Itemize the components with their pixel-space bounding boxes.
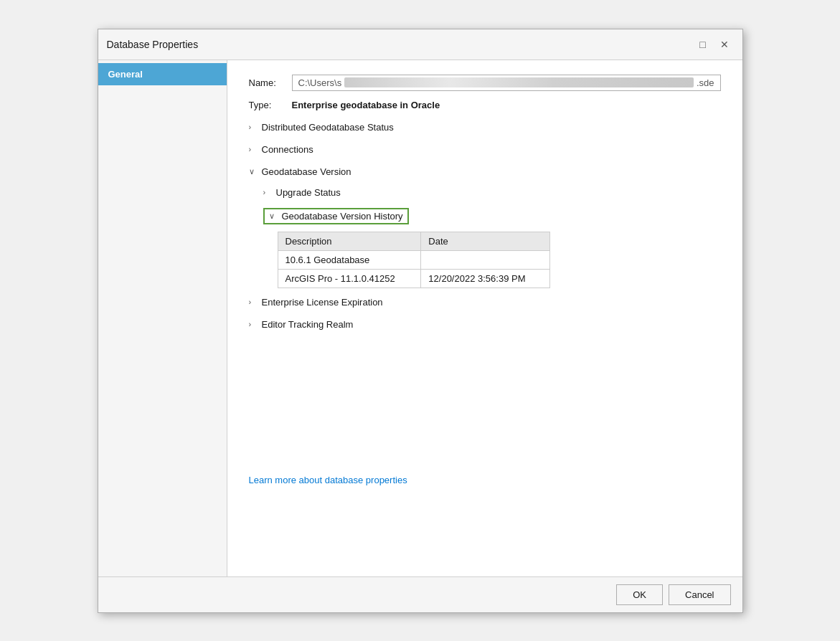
section-editor-tracking-label: Editor Tracking Realm	[262, 319, 354, 330]
table-row: ArcGIS Pro - 11.1.0.41252 12/20/2022 3:5…	[278, 269, 549, 288]
section-distributed-geodatabase-header[interactable]: › Distributed Geodatabase Status	[249, 119, 721, 136]
section-editor-tracking: › Editor Tracking Realm	[249, 316, 721, 333]
table-row: 10.6.1 Geodatabase	[278, 250, 549, 269]
chevron-editor-tracking-icon: ›	[249, 320, 258, 328]
section-editor-tracking-header[interactable]: › Editor Tracking Realm	[249, 316, 721, 333]
chevron-geodatabase-version-icon: ∨	[249, 167, 258, 176]
section-distributed-geodatabase: › Distributed Geodatabase Status	[249, 119, 721, 136]
sidebar-item-general[interactable]: General	[98, 63, 227, 85]
section-enterprise-license: › Enterprise License Expiration	[249, 294, 721, 310]
chevron-connections-icon: ›	[249, 145, 258, 153]
table-cell-date-0	[421, 250, 549, 269]
chevron-enterprise-license-icon: ›	[249, 298, 258, 306]
chevron-upgrade-icon: ›	[263, 188, 272, 196]
chevron-version-history-icon: ∨	[269, 212, 278, 221]
table-cell-description-1: ArcGIS Pro - 11.1.0.41252	[278, 269, 421, 288]
section-connections-header[interactable]: › Connections	[249, 141, 721, 158]
type-value: Enterprise geodatabase in Oracle	[292, 100, 440, 110]
cancel-button[interactable]: Cancel	[669, 584, 730, 605]
title-bar: Database Properties □ ✕	[98, 29, 742, 60]
sidebar: General	[98, 60, 227, 576]
subsection-version-history-header[interactable]: ∨ Geodatabase Version History	[263, 205, 721, 227]
database-properties-dialog: Database Properties □ ✕ General Name: C:…	[98, 29, 743, 613]
subsection-version-history-label: Geodatabase Version History	[282, 211, 403, 222]
version-history-highlighted-box: ∨ Geodatabase Version History	[263, 208, 409, 224]
close-button[interactable]: ✕	[715, 35, 734, 54]
ok-button[interactable]: OK	[616, 584, 663, 605]
name-field-row: Name: C:\Users\s .sde	[249, 75, 721, 91]
table-col-date: Date	[421, 232, 549, 250]
table-col-description: Description	[278, 232, 421, 250]
dialog-title: Database Properties	[107, 39, 199, 50]
sidebar-item-general-label: General	[108, 69, 143, 80]
dialog-body: General Name: C:\Users\s .sde Type: Ente…	[98, 60, 742, 576]
section-geodatabase-version-header[interactable]: ∨ Geodatabase Version	[249, 163, 721, 180]
table-cell-description-0: 10.6.1 Geodatabase	[278, 250, 421, 269]
section-connections-label: Connections	[262, 144, 313, 155]
maximize-button[interactable]: □	[694, 35, 712, 54]
section-geodatabase-version-label: Geodatabase Version	[262, 166, 351, 177]
main-content: Name: C:\Users\s .sde Type: Enterprise g…	[227, 60, 742, 576]
subsection-upgrade-status-header[interactable]: › Upgrade Status	[263, 184, 721, 201]
section-geodatabase-version-content: › Upgrade Status ∨ Geodatabase Version H…	[249, 184, 721, 288]
name-field-wrapper: C:\Users\s .sde	[292, 75, 721, 91]
name-prefix: C:\Users\s	[298, 77, 342, 88]
version-history-table-wrapper: Description Date 10.6.1 Geodatabase	[263, 232, 721, 288]
section-geodatabase-version: ∨ Geodatabase Version › Upgrade Status	[249, 163, 721, 288]
name-blurred-part	[344, 77, 694, 87]
subsection-upgrade-status: › Upgrade Status	[263, 184, 721, 201]
chevron-distributed-icon: ›	[249, 123, 258, 131]
spacer	[249, 338, 721, 453]
name-suffix: .sde	[697, 77, 714, 88]
section-distributed-label: Distributed Geodatabase Status	[262, 122, 394, 133]
table-cell-date-1: 12/20/2022 3:56:39 PM	[421, 269, 549, 288]
dialog-footer: OK Cancel	[98, 576, 742, 612]
section-enterprise-license-header[interactable]: › Enterprise License Expiration	[249, 294, 721, 310]
version-history-table: Description Date 10.6.1 Geodatabase	[278, 232, 550, 288]
type-field-row: Type: Enterprise geodatabase in Oracle	[249, 100, 721, 110]
name-label: Name:	[249, 77, 292, 88]
section-connections: › Connections	[249, 141, 721, 158]
learn-more-link[interactable]: Learn more about database properties	[249, 453, 721, 485]
subsection-version-history: ∨ Geodatabase Version History Descriptio…	[263, 205, 721, 288]
section-enterprise-license-label: Enterprise License Expiration	[262, 297, 383, 308]
type-label: Type:	[249, 100, 292, 110]
title-bar-controls: □ ✕	[694, 35, 734, 54]
subsection-upgrade-label: Upgrade Status	[276, 187, 341, 198]
